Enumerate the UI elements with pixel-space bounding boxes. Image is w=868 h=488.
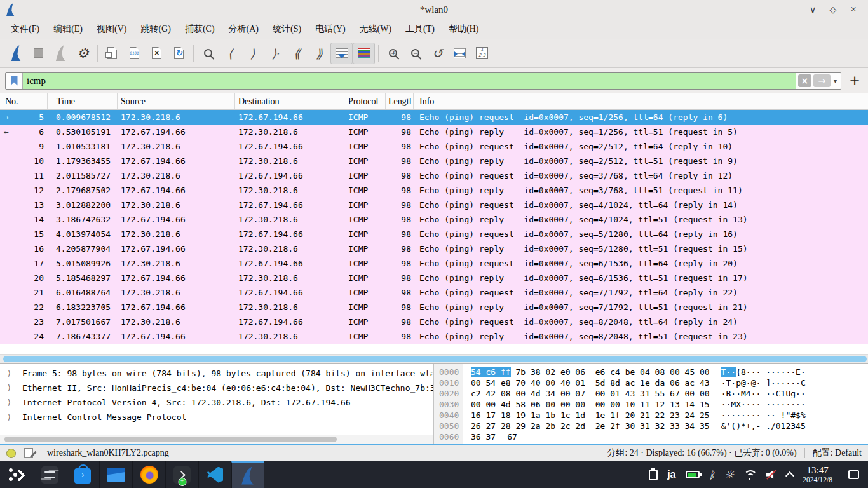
packet-row[interactable]: 10 1.179363455 172.67.194.66 172.30.218.… (0, 154, 868, 168)
hex-bytes[interactable]: 00 54 e8 70 40 00 40 01 5d 8d ac 1e da 0… (463, 377, 710, 388)
minimize-button[interactable] (804, 3, 821, 17)
detail-tree-row[interactable]: Ethernet II, Src: HonHaiPrecis_c4:be:04 … (0, 381, 433, 395)
packet-row[interactable]: 16 4.205877904 172.67.194.66 172.30.218.… (0, 241, 868, 256)
hex-ascii[interactable]: &'()*+,- ./012345 (710, 421, 806, 431)
details-hscrollbar-thumb[interactable] (4, 437, 337, 442)
expand-chevron-icon[interactable] (8, 381, 11, 395)
menu-item[interactable]: 文件(F) (4, 21, 46, 37)
bluetooth-icon[interactable] (709, 469, 715, 481)
packet-row[interactable]: 13 3.012882200 172.30.218.6 172.67.194.6… (0, 198, 868, 212)
detail-tree-row[interactable]: Frame 5: 98 bytes on wire (784 bits), 98… (0, 366, 433, 381)
tray-expand-icon[interactable] (785, 471, 794, 480)
packet-row[interactable]: 15 4.013974054 172.30.218.6 172.67.194.6… (0, 227, 868, 241)
packet-row[interactable]: 21 6.016488764 172.30.218.6 172.67.194.6… (0, 285, 868, 300)
expert-info-icon[interactable] (6, 449, 16, 458)
expand-chevron-icon[interactable] (8, 366, 11, 381)
wifi-icon[interactable] (743, 470, 756, 480)
taskbar-launcher-button[interactable] (0, 461, 33, 488)
filter-bookmark-button[interactable] (6, 73, 23, 89)
packet-row[interactable]: 12 2.179687502 172.67.194.66 172.30.218.… (0, 183, 868, 198)
show-desktop-button[interactable] (848, 470, 859, 479)
profile-selector[interactable]: 配置: Default (813, 447, 862, 459)
hex-bytes[interactable]: 36 37 (463, 431, 496, 442)
brightness-icon[interactable] (724, 468, 734, 481)
menu-item[interactable]: 工具(T) (398, 21, 442, 37)
hex-bytes[interactable]: 54 c6 ff 7b 38 02 e0 06 e6 c4 be 04 08 0… (463, 367, 710, 377)
display-filter-input[interactable] (23, 73, 796, 89)
capture-comment-icon[interactable] (24, 448, 33, 458)
packet-row[interactable]: 24 7.186743377 172.67.194.66 172.30.218.… (0, 329, 868, 344)
hex-row[interactable]: 0050 26 27 28 29 2a 2b 2c 2d 2e 2f 30 31… (434, 421, 868, 431)
taskbar-settings-button[interactable] (33, 461, 66, 488)
column-header-protocol[interactable]: Protocol (346, 93, 386, 109)
hex-row[interactable]: 0000 54 c6 ff 7b 38 02 e0 06 e6 c4 be 04… (434, 367, 868, 377)
packet-row[interactable]: →5 0.009678512 172.30.218.6 172.67.194.6… (0, 110, 868, 125)
taskbar-file-manager-button[interactable] (99, 461, 132, 488)
close-file-button[interactable] (146, 43, 168, 64)
taskbar-vscode-button[interactable] (198, 461, 231, 488)
column-header-no[interactable]: No. (0, 93, 48, 109)
hex-row[interactable]: 0040 16 17 18 19 1a 1b 1c 1d 1e 1f 20 21… (434, 410, 868, 421)
go-forward-button[interactable] (241, 43, 264, 64)
save-file-button[interactable] (123, 43, 146, 64)
packet-row[interactable]: 20 5.185468297 172.67.194.66 172.30.218.… (0, 271, 868, 285)
menu-item[interactable]: 编辑(E) (46, 21, 90, 37)
colorize-toggle[interactable] (353, 43, 375, 64)
filter-clear-button[interactable] (798, 74, 811, 87)
menu-item[interactable]: 捕获(C) (178, 21, 222, 37)
hex-row[interactable]: 0020 c2 42 08 00 4d 34 00 07 00 01 43 31… (434, 388, 868, 399)
packet-list-hscrollbar[interactable] (0, 354, 868, 363)
hex-row[interactable]: 0030 00 00 4d 58 06 00 00 00 00 00 10 11… (434, 399, 868, 410)
expand-chevron-icon[interactable] (8, 410, 11, 424)
menu-item[interactable]: 分析(A) (222, 21, 266, 37)
go-to-packet-button[interactable] (264, 43, 286, 64)
capture-options-button[interactable] (72, 43, 94, 64)
packet-row[interactable]: ←6 0.530105191 172.67.194.66 172.30.218.… (0, 125, 868, 139)
zoom-out-button[interactable] (404, 43, 426, 64)
taskbar-app-store-button[interactable] (66, 461, 99, 488)
column-header-source[interactable]: Source (118, 93, 235, 109)
resize-columns-button[interactable] (449, 43, 471, 64)
menu-item[interactable]: 无线(W) (353, 21, 399, 37)
restart-capture-button[interactable] (50, 43, 72, 64)
packet-row[interactable]: 9 1.010533181 172.30.218.6 172.67.194.66… (0, 139, 868, 154)
close-button[interactable] (845, 3, 862, 17)
hex-bytes[interactable]: 00 00 4d 58 06 00 00 00 00 00 10 11 12 1… (463, 399, 710, 410)
zoom-reset-button[interactable] (426, 43, 449, 64)
filter-add-button[interactable] (846, 73, 863, 88)
hex-ascii[interactable]: ·B··M4·· ··C1Ug·· (710, 388, 806, 399)
clock[interactable]: 13:47 2024/12/8 (803, 465, 832, 484)
hex-bytes[interactable]: 26 27 28 29 2a 2b 2c 2d 2e 2f 30 31 32 3… (463, 421, 710, 431)
menu-item[interactable]: 电话(Y) (308, 21, 352, 37)
hex-ascii[interactable]: T··{8··· ······E· (710, 367, 806, 377)
open-file-button[interactable] (101, 43, 123, 64)
detail-tree-row[interactable]: Internet Protocol Version 4, Src: 172.30… (0, 395, 433, 410)
zoom-in-button[interactable] (382, 43, 404, 64)
volume-muted-icon[interactable] (766, 470, 777, 480)
layout-button[interactable] (471, 43, 493, 64)
column-header-length[interactable]: Lengtl (386, 93, 414, 109)
expand-chevron-icon[interactable] (8, 395, 11, 410)
hscrollbar-thumb[interactable] (3, 356, 867, 362)
stop-capture-button[interactable] (27, 43, 50, 64)
menu-item[interactable]: 视图(V) (90, 21, 133, 37)
details-hscrollbar[interactable] (0, 435, 433, 444)
taskbar-firefox-button[interactable] (132, 461, 165, 488)
menu-item[interactable]: 帮助(H) (442, 21, 485, 37)
packet-row[interactable]: 11 2.011585727 172.30.218.6 172.67.194.6… (0, 168, 868, 183)
battery-icon[interactable] (686, 471, 700, 478)
taskbar-terminal-button[interactable] (165, 461, 198, 488)
packet-row[interactable]: 22 6.183223705 172.67.194.66 172.30.218.… (0, 300, 868, 315)
auto-scroll-toggle[interactable] (330, 43, 353, 64)
column-header-time[interactable]: Time (48, 93, 118, 109)
filter-apply-button[interactable] (813, 74, 831, 87)
menu-item[interactable]: 跳转(G) (133, 21, 177, 37)
clipboard-icon[interactable] (649, 470, 658, 480)
hex-ascii[interactable]: 67 (496, 431, 517, 442)
start-capture-button[interactable] (5, 43, 27, 64)
go-back-button[interactable] (219, 43, 241, 64)
packet-row[interactable]: 14 3.186742632 172.67.194.66 172.30.218.… (0, 212, 868, 227)
packet-row[interactable]: 23 7.017501667 172.30.218.6 172.67.194.6… (0, 315, 868, 329)
go-first-button[interactable] (286, 43, 308, 64)
input-method-indicator[interactable]: ja (667, 469, 675, 480)
